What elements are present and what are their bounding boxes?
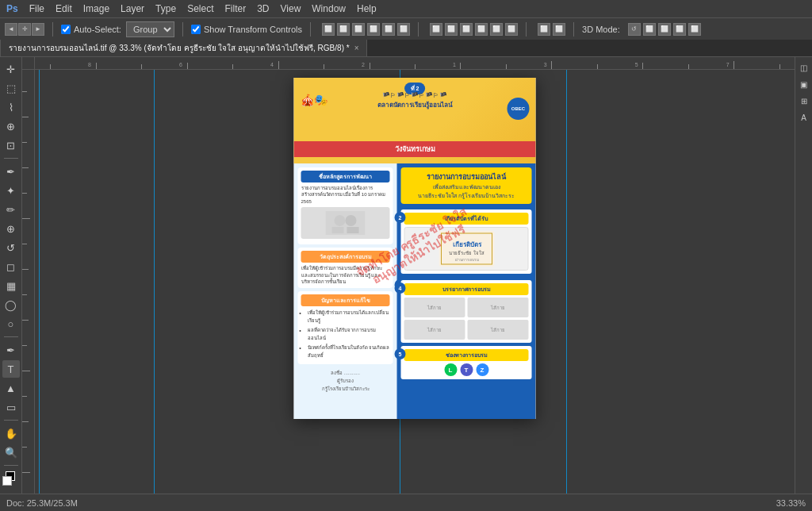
distribute-3-icon[interactable]: ⬜ <box>460 23 473 36</box>
menu-3d[interactable]: 3D <box>257 3 269 14</box>
spacing-1-icon[interactable]: ⬜ <box>538 23 550 36</box>
menu-select[interactable]: Select <box>187 3 213 14</box>
move-icon: ✛ <box>18 23 31 36</box>
course-image <box>301 207 390 239</box>
crop-tool[interactable]: ⊡ <box>2 136 20 154</box>
spacing-2-icon[interactable]: ⬜ <box>553 23 565 36</box>
menu-file[interactable]: File <box>29 3 44 14</box>
distribute-6-icon[interactable]: ⬜ <box>505 23 518 36</box>
brush-tool[interactable]: ✏ <box>2 201 20 218</box>
3d-rotate-icon[interactable]: ↺ <box>628 23 641 36</box>
doc-title-main: วังจันทรเกษม <box>294 141 536 157</box>
3d-mode-icons: ↺ ⬜ ⬜ ⬜ ⬜ <box>628 23 701 36</box>
3d-roll-icon[interactable]: ⬜ <box>658 23 671 36</box>
media-grid: ไส้กาย ไส้กาย ไส้กาย ไส้กาย <box>404 298 529 340</box>
rp-btn-4[interactable]: A <box>797 110 811 125</box>
pen-tool[interactable]: ✒ <box>2 341 20 359</box>
doc-right-column: รายงานการอบรมออนไลน์ เพื่อส่งเสริมและพัฒ… <box>397 163 536 419</box>
distribute-v-icon[interactable]: ⬜ <box>445 23 458 36</box>
zoom-tool[interactable]: 🔍 <box>2 444 20 461</box>
rp-btn-2[interactable]: ▣ <box>797 77 811 91</box>
ruler-vertical <box>22 70 35 494</box>
distribute-h-icon[interactable]: ⬜ <box>430 23 442 36</box>
platform-label: ตลาดนัดการเรียนรู้ออนไลน์ <box>294 100 536 110</box>
menu-view[interactable]: View <box>281 3 301 14</box>
menu-edit[interactable]: Edit <box>56 3 72 14</box>
course-content: รายงานการอบรมออนไลน์เรื่องการสร้างสรรค์น… <box>301 185 390 205</box>
background-color[interactable] <box>2 476 12 486</box>
toolbar-separator-5 <box>526 22 527 36</box>
badge-number: ที่ 2 <box>411 86 419 91</box>
3d-pan-icon[interactable]: ⬜ <box>643 23 656 36</box>
tab-close-button[interactable]: × <box>354 44 359 52</box>
svg-text:เกียรติบัตร: เกียรติบัตร <box>452 240 481 248</box>
dodge-tool[interactable]: ○ <box>2 315 20 332</box>
shape-tool[interactable]: ▭ <box>2 398 20 416</box>
align-center-v-icon[interactable]: ⬜ <box>382 23 395 36</box>
gradient-tool[interactable]: ▦ <box>2 277 20 294</box>
3d-scale-icon[interactable]: ⬜ <box>688 23 701 36</box>
type-tool[interactable]: T <box>2 360 20 378</box>
align-center-h-icon[interactable]: ⬜ <box>337 23 350 36</box>
align-left-icon[interactable]: ⬜ <box>322 23 335 36</box>
align-bottom-icon[interactable]: ⬜ <box>397 23 410 36</box>
menu-layer[interactable]: Layer <box>121 3 144 14</box>
document-tab[interactable]: รายงานการอบรมออนไลน์.tif @ 33.3% (จัดทำโ… <box>0 40 367 56</box>
menu-filter[interactable]: Filter <box>224 3 246 14</box>
marquee-tool[interactable]: ⬚ <box>2 79 20 97</box>
transform-check[interactable]: Show Transform Controls <box>191 25 302 34</box>
spot-healing-tool[interactable]: ✦ <box>2 182 20 199</box>
channel-section: 5 ช่องทางการอบรม L T Z <box>401 346 532 379</box>
auto-select-dropdown[interactable]: Group Layer <box>126 21 174 37</box>
tool-separator-3 <box>4 420 18 421</box>
toolbox: ✛ ⬚ ⌇ ⊕ ⊡ ✒ ✦ ✏ ⊕ ↺ ◻ ▦ ◯ ○ ✒ T ▲ ▭ ✋ 🔍 <box>0 57 22 494</box>
auto-select-check[interactable]: Auto-Select: <box>61 25 121 34</box>
3d-mode-label: 3D Mode: <box>582 25 620 34</box>
move-tool[interactable]: ✛ <box>2 60 20 78</box>
channel-title: ช่องทางการอบรม <box>404 349 529 361</box>
align-icons: ⬜ ⬜ ⬜ ⬜ ⬜ ⬜ <box>322 23 410 36</box>
distribute-4-icon[interactable]: ⬜ <box>475 23 488 36</box>
stamp-tool[interactable]: ⊕ <box>2 220 20 237</box>
menu-image[interactable]: Image <box>83 3 109 14</box>
menu-help[interactable]: Help <box>357 3 377 14</box>
history-brush-tool[interactable]: ↺ <box>2 239 20 256</box>
doc-body: ชื่อหลักสูตรการพัฒนา รายงานการอบรมออนไลน… <box>294 163 536 419</box>
hand-tool[interactable]: ✋ <box>2 425 20 442</box>
main-area: ✛ ⬚ ⌇ ⊕ ⊡ ✒ ✦ ✏ ⊕ ↺ ◻ ▦ ◯ ○ ✒ T ▲ ▭ ✋ 🔍 <box>0 57 812 494</box>
canvas-scroll[interactable]: ที่ 2 🎪🎭 OBEC 🏴🏳🏴🏳🏴🏳🏴🏳🏴 <box>35 70 795 494</box>
menu-ps[interactable]: Ps <box>6 3 18 14</box>
align-right-icon[interactable]: ⬜ <box>352 23 365 36</box>
tab-filename: รายงานการอบรมออนไลน์.tif @ 33.3% (จัดทำโ… <box>9 42 350 54</box>
rp-btn-1[interactable]: ◫ <box>797 60 811 75</box>
blur-tool[interactable]: ◯ <box>2 296 20 313</box>
toolbar-separator-3 <box>310 22 311 36</box>
3d-slide-icon[interactable]: ⬜ <box>673 23 686 36</box>
num-badge-5: 5 <box>395 348 406 359</box>
eyedropper-tool[interactable]: ✒ <box>2 163 20 180</box>
guide-v-1 <box>39 70 40 494</box>
eraser-tool[interactable]: ◻ <box>2 258 20 275</box>
img-4: ไส้กาย <box>468 320 529 340</box>
menu-window[interactable]: Window <box>312 3 346 14</box>
document-canvas: ที่ 2 🎪🎭 OBEC 🏴🏳🏴🏳🏴🏳🏴🏳🏴 <box>294 78 536 419</box>
path-selection-tool[interactable]: ▲ <box>2 379 20 397</box>
ruler-row: 8 6 4 2 1 3 5 7 <box>22 57 795 70</box>
bullet-3: นิเทศก์ครั้งที่โรงเรียนในสังกัด จนเกิดผล… <box>308 344 390 359</box>
rp-btn-3[interactable]: ⊞ <box>797 94 811 108</box>
lasso-tool[interactable]: ⌇ <box>2 98 20 116</box>
teams-icon: T <box>460 363 473 376</box>
distribute-5-icon[interactable]: ⬜ <box>490 23 503 36</box>
transform-checkbox[interactable] <box>191 25 201 34</box>
ruler-horizontal: 8 6 4 2 1 3 5 7 <box>35 57 795 70</box>
cert-image: เกียรติบัตร นายธีระชัย ใจใส ผ่านการอบรม <box>404 227 529 271</box>
quick-select-tool[interactable]: ⊕ <box>2 117 20 135</box>
align-top-icon[interactable]: ⬜ <box>367 23 380 36</box>
spacing-icons: ⬜ ⬜ <box>538 23 565 36</box>
menu-type[interactable]: Type <box>155 3 176 14</box>
svg-text:ผ่านการอบรม: ผ่านการอบรม <box>454 257 478 262</box>
auto-select-checkbox[interactable] <box>61 25 71 34</box>
menu-bar: Ps File Edit Image Layer Type Select Fil… <box>0 0 812 17</box>
tool-separator-2 <box>4 336 18 337</box>
report-main-title: รายงานการอบรมออนไลน์ <box>405 171 528 182</box>
